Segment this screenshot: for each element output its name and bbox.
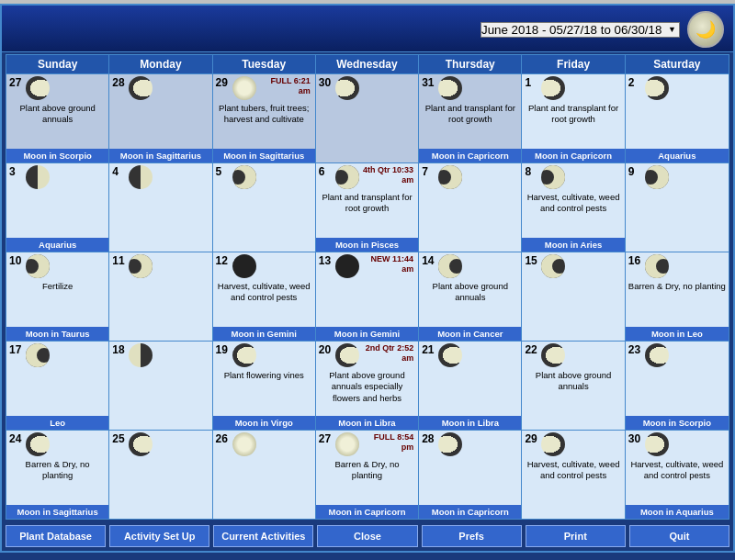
day-number-3-4[interactable]: 21 bbox=[422, 343, 436, 356]
moon-bar-4-4[interactable]: Moon in Capricorn bbox=[419, 505, 521, 519]
day-cell-0-3: 30_ bbox=[316, 74, 419, 162]
footer-btn-plant-database[interactable]: Plant Database bbox=[6, 525, 106, 547]
footer-btn-current-activities[interactable]: Current Activities bbox=[213, 525, 313, 547]
moon-bar-3-0[interactable]: Leo bbox=[6, 416, 108, 430]
moon-bar-0-6[interactable]: Aquarius bbox=[626, 149, 729, 162]
moon-bar-3-6[interactable]: Moon in Scorpio bbox=[626, 416, 729, 430]
moon-bar-3-4[interactable]: Moon in Libra bbox=[419, 416, 521, 430]
moon-bar-1-5[interactable]: Moon in Aries bbox=[522, 238, 624, 252]
day-number-0-1[interactable]: 28 bbox=[112, 76, 127, 89]
day-number-4-0[interactable]: 24 bbox=[9, 432, 24, 445]
day-number-2-4[interactable]: 14 bbox=[422, 254, 436, 267]
moon-bar-1-3[interactable]: Moon in Pisces bbox=[316, 238, 418, 252]
day-number-0-6[interactable]: 2 bbox=[628, 76, 643, 89]
moon-bar-2-4[interactable]: Moon in Cancer bbox=[419, 327, 521, 341]
footer-btn-activity-set-up[interactable]: Activity Set Up bbox=[109, 525, 209, 547]
day-number-0-2[interactable]: 29 bbox=[216, 76, 231, 89]
footer-btn-print[interactable]: Print bbox=[526, 525, 626, 547]
day-number-4-3[interactable]: 27 bbox=[319, 432, 334, 445]
moon-bar-1-0[interactable]: Aquarius bbox=[6, 238, 108, 252]
moon-bar-0-1[interactable]: Moon in Sagittarius bbox=[109, 149, 211, 162]
day-top-1-5: 8 bbox=[522, 163, 624, 191]
day-number-2-0[interactable]: 10 bbox=[9, 254, 24, 267]
moon-phase-1-1 bbox=[129, 165, 153, 189]
moon-phase-0-6 bbox=[645, 76, 669, 100]
day-top-1-1: 4 bbox=[109, 163, 211, 191]
day-top-4-2: 26 bbox=[213, 431, 315, 458]
moon-bar-3-2[interactable]: Moon in Virgo bbox=[213, 416, 315, 430]
day-number-3-6[interactable]: 23 bbox=[628, 343, 643, 356]
day-number-3-2[interactable]: 19 bbox=[216, 343, 231, 356]
moon-bar-2-0[interactable]: Moon in Taurus bbox=[6, 327, 108, 341]
day-number-4-1[interactable]: 25 bbox=[112, 432, 127, 445]
moon-bar-4-6[interactable]: Moon in Aquarius bbox=[626, 505, 729, 519]
day-number-1-0[interactable]: 3 bbox=[9, 165, 24, 178]
moon-phase-3-5 bbox=[541, 343, 565, 367]
day-number-3-1[interactable]: 18 bbox=[112, 343, 127, 356]
day-number-4-6[interactable]: 30 bbox=[628, 432, 643, 445]
day-cell-3-3: 202nd Qtr 2:52 amPlant above ground annu… bbox=[316, 342, 419, 430]
day-number-3-3[interactable]: 20 bbox=[319, 343, 334, 356]
day-top-0-4: 31 bbox=[419, 74, 521, 102]
day-number-0-4[interactable]: 31 bbox=[422, 76, 436, 89]
moon-bar-2-3[interactable]: Moon in Gemini bbox=[316, 327, 418, 341]
day-top-3-0: 17 bbox=[6, 342, 108, 369]
day-top-2-5: 15 bbox=[522, 252, 624, 280]
day-top-1-0: 3 bbox=[6, 163, 108, 191]
day-top-3-1: 18 bbox=[109, 342, 211, 369]
moon-bar-0-5[interactable]: Moon in Capricorn bbox=[522, 149, 624, 162]
date-select-wrapper[interactable]: June 2018 - 05/27/18 to 06/30/18 bbox=[481, 22, 680, 38]
day-number-1-1[interactable]: 4 bbox=[112, 165, 127, 178]
day-cell-4-1: 25_ bbox=[109, 431, 212, 519]
day-number-2-3[interactable]: 13 bbox=[319, 254, 334, 267]
day-number-0-5[interactable]: 1 bbox=[525, 76, 539, 89]
moon-phase-1-6 bbox=[645, 165, 669, 189]
day-number-0-3[interactable]: 30 bbox=[319, 76, 334, 89]
moon-phase-2-4 bbox=[438, 254, 462, 278]
day-text-0-5: Plant and transplant for root growth bbox=[522, 102, 624, 149]
moon-phase-2-6 bbox=[645, 254, 669, 278]
day-cell-2-3: 13NEW 11:44 amMoon in Gemini bbox=[316, 252, 419, 341]
day-number-0-0[interactable]: 27 bbox=[9, 76, 24, 89]
day-top-0-2: 29FULL 6:21 am bbox=[213, 74, 315, 102]
footer-btn-close[interactable]: Close bbox=[317, 525, 417, 547]
day-number-3-0[interactable]: 17 bbox=[9, 343, 24, 356]
moon-bar-0-2[interactable]: Moon in Sagittarius bbox=[213, 149, 315, 162]
day-top-4-1: 25 bbox=[109, 431, 211, 458]
moon-bar-4-0[interactable]: Moon in Sagittarius bbox=[6, 505, 108, 519]
day-top-3-4: 21 bbox=[419, 342, 521, 369]
day-text-0-4: Plant and transplant for root growth bbox=[419, 102, 521, 149]
moon-phase-2-3 bbox=[335, 254, 359, 278]
moon-bar-4-3[interactable]: Moon in Capricorn bbox=[316, 505, 418, 519]
day-event-0-2: FULL 6:21 am bbox=[258, 76, 312, 96]
moon-bar-0-4[interactable]: Moon in Capricorn bbox=[419, 149, 521, 162]
day-number-1-4[interactable]: 7 bbox=[422, 165, 436, 178]
day-number-4-4[interactable]: 28 bbox=[422, 432, 436, 445]
moon-bar-0-0[interactable]: Moon in Scorpio bbox=[6, 149, 108, 162]
day-text-2-6: Barren & Dry, no planting bbox=[626, 280, 729, 327]
date-range-selector[interactable]: June 2018 - 05/27/18 to 06/30/18 bbox=[481, 22, 680, 38]
day-number-2-1[interactable]: 11 bbox=[112, 254, 127, 267]
day-cell-4-2: 26_ bbox=[213, 431, 316, 519]
day-number-2-5[interactable]: 15 bbox=[525, 254, 539, 267]
moon-bar-3-3[interactable]: Moon in Libra bbox=[316, 416, 418, 430]
day-number-2-2[interactable]: 12 bbox=[216, 254, 231, 267]
footer: Plant DatabaseActivity Set UpCurrent Act… bbox=[2, 521, 733, 551]
day-top-3-6: 23 bbox=[626, 342, 729, 369]
day-top-1-2: 5 bbox=[213, 163, 315, 191]
footer-btn-prefs[interactable]: Prefs bbox=[422, 525, 522, 547]
moon-bar-2-2[interactable]: Moon in Gemini bbox=[213, 327, 315, 341]
day-number-1-3[interactable]: 6 bbox=[319, 165, 334, 178]
moon-bar-2-6[interactable]: Moon in Leo bbox=[626, 327, 729, 341]
day-number-4-5[interactable]: 29 bbox=[525, 432, 539, 445]
day-cell-3-5: 22Plant above ground annuals_ bbox=[522, 342, 625, 430]
day-cell-0-1: 28Moon in Sagittarius bbox=[109, 74, 212, 162]
day-number-1-5[interactable]: 8 bbox=[525, 165, 539, 178]
footer-btn-quit[interactable]: Quit bbox=[629, 525, 729, 547]
day-cell-2-4: 14Plant above ground annualsMoon in Canc… bbox=[419, 252, 522, 341]
day-number-4-2[interactable]: 26 bbox=[216, 432, 231, 445]
day-number-1-6[interactable]: 9 bbox=[628, 165, 643, 178]
day-number-1-2[interactable]: 5 bbox=[216, 165, 231, 178]
day-number-3-5[interactable]: 22 bbox=[525, 343, 539, 356]
day-number-2-6[interactable]: 16 bbox=[628, 254, 643, 267]
